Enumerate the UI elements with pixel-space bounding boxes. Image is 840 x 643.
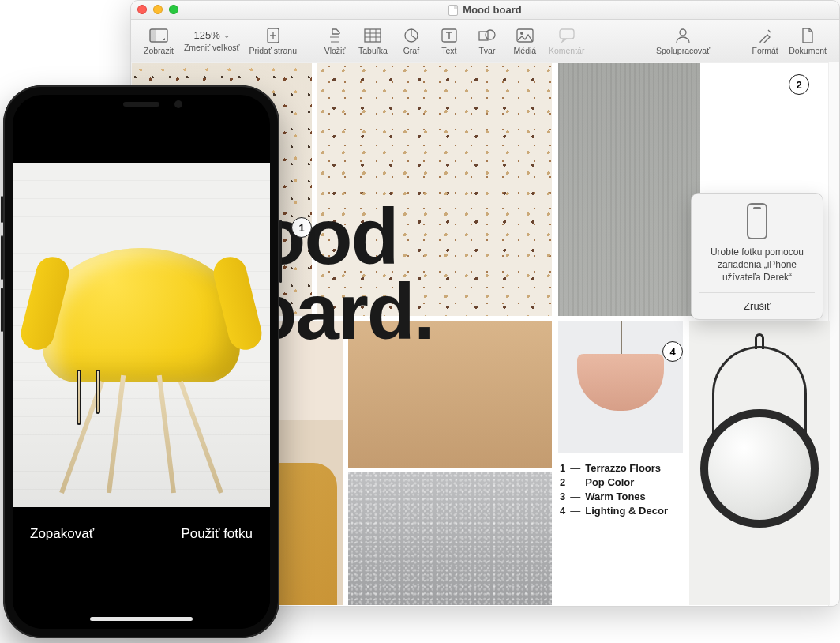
iphone-device: Zopakovať Použiť fotku — [3, 85, 279, 638]
moodboard-image[interactable] — [348, 472, 552, 605]
table-button[interactable]: Tabuľka — [354, 25, 392, 57]
text-button[interactable]: Text — [430, 25, 468, 57]
cancel-button[interactable]: Zrušiť — [699, 292, 815, 319]
home-indicator[interactable] — [90, 617, 193, 621]
shape-icon — [478, 27, 497, 44]
text-icon — [440, 27, 459, 44]
document-icon — [798, 27, 817, 44]
moodboard-image[interactable] — [689, 321, 830, 605]
retake-button[interactable]: Zopakovať — [30, 526, 94, 542]
comment-button: Komentár — [544, 25, 590, 57]
popover-message: Urobte fotku pomocou zariadenia „iPhone … — [699, 246, 815, 284]
callout-badge[interactable]: 4 — [662, 341, 683, 362]
moodboard-image[interactable] — [558, 321, 683, 453]
add-page-button[interactable]: Pridať stranu — [244, 25, 302, 57]
collaborate-icon — [673, 27, 692, 44]
media-button[interactable]: Médiá — [506, 25, 544, 57]
chevron-down-icon: ⌄ — [223, 31, 230, 39]
legend-item: 3—Warm Tones — [560, 491, 668, 502]
view-icon — [149, 27, 168, 44]
iphone-icon — [747, 203, 767, 239]
legend-item: 4—Lighting & Decor — [560, 505, 668, 517]
svg-rect-1 — [150, 29, 156, 42]
photo-subject — [43, 248, 240, 485]
window-controls — [137, 5, 178, 14]
svg-rect-3 — [365, 29, 381, 42]
close-window-button[interactable] — [137, 5, 147, 14]
svg-point-11 — [680, 29, 686, 36]
camera-bottom-bar: Zopakovať Použiť fotku — [13, 507, 270, 629]
comment-icon — [557, 27, 576, 44]
document-button[interactable]: Dokument — [784, 25, 831, 57]
chart-button[interactable]: Graf — [392, 25, 430, 57]
zoom-select[interactable]: 125%⌄ Zmeniť veľkosť — [179, 28, 244, 54]
insert-button[interactable]: Vložiť — [316, 25, 354, 57]
svg-rect-10 — [560, 29, 574, 39]
continuity-camera-popover: Urobte fotku pomocou zariadenia „iPhone … — [691, 193, 823, 320]
format-icon — [756, 27, 774, 44]
notch — [78, 95, 204, 117]
chart-icon — [402, 27, 421, 44]
legend[interactable]: 1—Terrazzo Floors 2—Pop Color 3—Warm Ton… — [560, 460, 668, 519]
svg-point-7 — [486, 30, 495, 39]
table-icon — [363, 27, 382, 44]
legend-item: 1—Terrazzo Floors — [560, 462, 668, 474]
svg-rect-6 — [479, 32, 488, 40]
use-photo-button[interactable]: Použiť fotku — [182, 526, 253, 542]
zoom-window-button[interactable] — [169, 5, 178, 14]
callout-badge[interactable]: 2 — [789, 74, 809, 95]
callout-badge[interactable]: 1 — [291, 217, 312, 238]
svg-point-9 — [520, 32, 523, 35]
media-icon — [516, 27, 534, 44]
minimize-window-button[interactable] — [153, 5, 163, 14]
document-icon — [448, 5, 458, 16]
add-page-icon — [264, 27, 283, 44]
camera-preview[interactable] — [13, 163, 270, 507]
format-button[interactable]: Formát — [746, 25, 784, 57]
insert-icon — [325, 27, 344, 44]
legend-item: 2—Pop Color — [560, 476, 668, 488]
iphone-screen: Zopakovať Použiť fotku — [13, 95, 270, 629]
view-button[interactable]: Zobraziť — [139, 25, 179, 57]
titlebar: Mood board — [131, 1, 839, 20]
toolbar: Zobraziť 125%⌄ Zmeniť veľkosť Pridať str… — [131, 20, 839, 62]
shape-button[interactable]: Tvar — [468, 25, 506, 57]
moodboard-image[interactable] — [558, 63, 700, 316]
window-title: Mood board — [463, 4, 521, 16]
collaborate-button[interactable]: Spolupracovať — [651, 25, 714, 57]
